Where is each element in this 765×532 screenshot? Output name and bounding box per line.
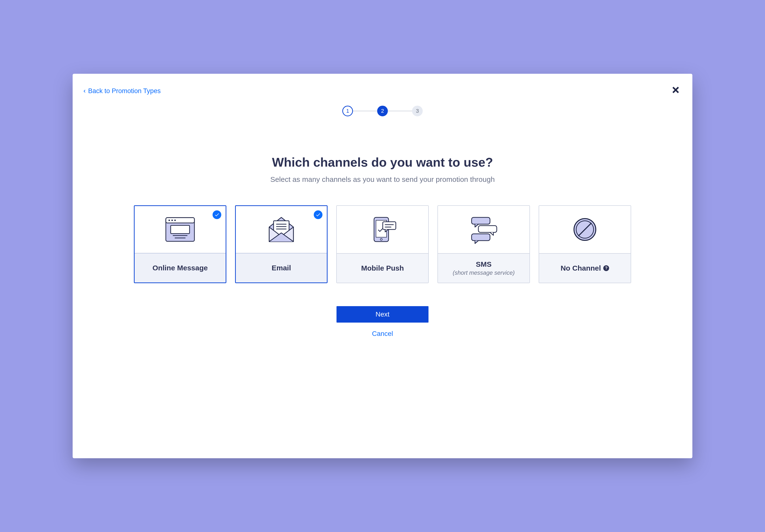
card-label: Online Message xyxy=(153,264,208,272)
svg-rect-1 xyxy=(166,218,194,223)
card-label-area: Mobile Push xyxy=(337,253,428,283)
close-button[interactable] xyxy=(671,85,680,96)
close-icon xyxy=(671,85,680,95)
channel-card-sms[interactable]: SMS (short message service) xyxy=(437,205,530,283)
help-icon[interactable]: ? xyxy=(603,265,609,271)
selected-check-icon xyxy=(213,210,221,219)
card-label-area: No Channel ? xyxy=(539,253,631,283)
browser-window-icon xyxy=(164,216,196,243)
step-3: 3 xyxy=(412,106,423,116)
step-2-label: 2 xyxy=(381,108,384,114)
channel-card-mobile-push[interactable]: Mobile Push xyxy=(336,205,429,283)
cancel-link[interactable]: Cancel xyxy=(372,330,393,338)
channel-cards: Online Message Email xyxy=(87,205,678,283)
card-sublabel: (short message service) xyxy=(453,269,515,276)
svg-rect-19 xyxy=(478,226,497,232)
stepper: 1 2 3 xyxy=(87,106,678,116)
back-link[interactable]: Back to Promotion Types xyxy=(82,87,161,95)
card-label: Email xyxy=(272,264,291,272)
step-1[interactable]: 1 xyxy=(342,106,353,116)
step-line-2 xyxy=(388,111,412,111)
svg-point-2 xyxy=(169,220,170,221)
no-entry-icon xyxy=(571,216,598,243)
chevron-left-icon xyxy=(82,89,87,93)
page-subtitle: Select as many channels as you want to s… xyxy=(87,175,678,183)
card-label-area: SMS (short message service) xyxy=(438,253,529,283)
promotion-channel-modal: Back to Promotion Types 1 2 3 Which chan… xyxy=(73,74,692,458)
card-label-area: Online Message xyxy=(135,253,226,282)
back-link-label: Back to Promotion Types xyxy=(88,87,161,95)
selected-check-icon xyxy=(314,210,323,219)
channel-card-no-channel[interactable]: No Channel ? xyxy=(539,205,631,283)
step-1-label: 1 xyxy=(346,108,349,114)
svg-rect-18 xyxy=(471,217,490,224)
envelope-icon xyxy=(264,215,298,244)
step-line-1 xyxy=(353,111,377,111)
next-button[interactable]: Next xyxy=(337,306,428,323)
step-3-label: 3 xyxy=(416,108,419,114)
mobile-push-icon xyxy=(367,215,398,244)
card-icon-area xyxy=(135,206,226,253)
heading: Which channels do you want to use? Selec… xyxy=(87,155,678,183)
channel-card-email[interactable]: Email xyxy=(235,205,328,283)
card-label-text: No Channel xyxy=(561,264,601,272)
card-icon-area xyxy=(539,206,631,253)
svg-point-4 xyxy=(174,220,176,221)
card-label: No Channel ? xyxy=(561,264,609,272)
card-label-area: Email xyxy=(236,253,327,282)
card-label: SMS xyxy=(476,260,491,268)
channel-card-online-message[interactable]: Online Message xyxy=(134,205,226,283)
step-2[interactable]: 2 xyxy=(377,106,388,116)
card-icon-area xyxy=(236,206,327,253)
card-icon-area xyxy=(438,206,529,253)
actions: Next Cancel xyxy=(87,306,678,338)
card-icon-area xyxy=(337,206,428,253)
page-title: Which channels do you want to use? xyxy=(87,155,678,169)
svg-rect-5 xyxy=(171,225,190,234)
card-label: Mobile Push xyxy=(361,264,404,272)
svg-rect-15 xyxy=(383,222,396,229)
chat-bubbles-icon xyxy=(467,215,501,244)
svg-rect-20 xyxy=(471,234,490,241)
svg-point-3 xyxy=(171,220,173,221)
